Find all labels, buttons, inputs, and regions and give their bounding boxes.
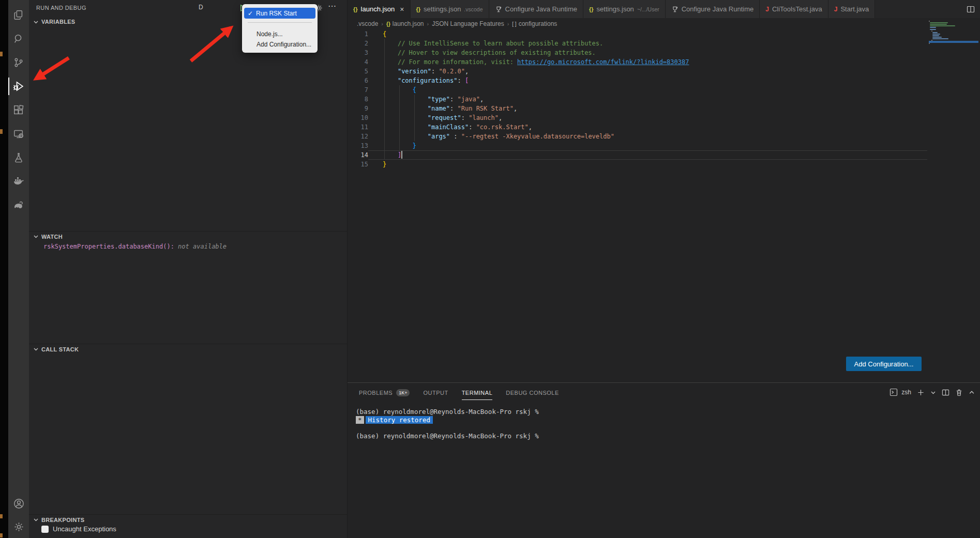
sliver-mark: [0, 514, 3, 518]
tab-launch-json[interactable]: {}launch.json×: [348, 0, 411, 18]
launch-profile-chevron-icon[interactable]: [930, 390, 936, 395]
section-label: WATCH: [41, 234, 63, 240]
split-editor-icon[interactable]: [961, 0, 980, 18]
code-line: 8 "type": "java",: [348, 95, 927, 104]
section-label: VARIABLES: [41, 19, 75, 25]
tab-label: launch.json: [361, 5, 395, 13]
code-line: 12 "args" : "--regtest -Xkeyvalue.dataso…: [348, 132, 927, 141]
json-icon: {}: [416, 6, 421, 12]
tab-clitoolstest-java[interactable]: JCliToolsTest.java: [760, 0, 828, 18]
tab-settings-json[interactable]: {}settings.json~/.../User: [583, 0, 666, 18]
shell-label: zsh: [901, 389, 911, 396]
terminal-line: [356, 424, 539, 432]
more-actions-icon[interactable]: ⋯: [328, 1, 337, 11]
array-symbol-icon: [ ]: [512, 21, 516, 27]
menu-item-add-configuration-[interactable]: Add Configuration...: [242, 39, 318, 50]
panel-tab-problems[interactable]: PROBLEMS1K+: [359, 389, 410, 400]
watch-section-header[interactable]: WATCH: [29, 231, 348, 241]
uncaught-exceptions-checkbox[interactable]: [41, 526, 49, 533]
source-control-icon[interactable]: [8, 51, 29, 74]
split-terminal-icon[interactable]: [942, 389, 949, 396]
maximize-panel-chevron-icon[interactable]: [969, 389, 975, 395]
menu-item-node-js-[interactable]: Node.js...: [242, 29, 318, 39]
problems-count-badge: 1K+: [396, 389, 410, 396]
breadcrumb-item[interactable]: [ ]configurations: [512, 20, 557, 27]
breakpoint-label: Uncaught Exceptions: [53, 525, 116, 533]
kill-terminal-trash-icon[interactable]: [955, 389, 963, 396]
code-line: 3 // Hover to view descriptions of exist…: [348, 48, 927, 57]
line-content: }: [368, 160, 927, 169]
terminal-icon: [889, 388, 898, 396]
line-number: 2: [348, 39, 368, 48]
minimap-line: [929, 21, 930, 22]
line-content: "mainClass": "co.rsk.Start",: [368, 122, 927, 132]
minimap[interactable]: [929, 21, 978, 48]
minimap-current-line: [929, 41, 978, 43]
call-stack-section-header[interactable]: CALL STACK: [29, 344, 348, 354]
chevron-down-icon: [33, 234, 39, 239]
search-icon[interactable]: [8, 27, 29, 51]
breadcrumb-item[interactable]: JSON Language Features: [432, 20, 504, 27]
add-configuration-button[interactable]: Add Configuration...: [846, 357, 922, 371]
line-content: "request": "launch",: [368, 113, 927, 122]
indent-guide: [414, 95, 415, 141]
minimap-line: [931, 30, 932, 32]
run-and-debug-icon[interactable]: [8, 74, 29, 98]
minimap-line: [932, 32, 937, 33]
code-line: 9 "name": "Run RSK Start",: [348, 104, 927, 113]
code-editor[interactable]: 1{2 // Use IntelliSense to learn about p…: [348, 29, 980, 382]
accounts-icon[interactable]: [8, 491, 29, 515]
indent-guide: [384, 39, 385, 160]
line-number: 14: [348, 150, 368, 160]
minimap-line: [930, 22, 947, 23]
tab-configure-java-runtime[interactable]: Configure Java Runtime: [489, 0, 583, 18]
code-line: 11 "mainClass": "co.rsk.Start",: [348, 122, 927, 132]
tab-label: CliToolsTest.java: [772, 5, 822, 13]
manage-gear-icon[interactable]: [8, 515, 29, 538]
panel-tab-debug-console[interactable]: DEBUG CONSOLE: [506, 389, 559, 400]
sidebar-title: RUN AND DEBUG: [36, 5, 86, 11]
menu-separator: [248, 22, 312, 23]
terminal-output[interactable]: (base) reynoldmorel@Reynolds-MacBook-Pro…: [356, 408, 539, 440]
line-number: 4: [348, 57, 368, 67]
chevron-down-icon: [33, 517, 39, 522]
panel-tab-terminal[interactable]: TERMINAL: [462, 389, 493, 400]
breadcrumb[interactable]: .vscode›{}launch.json›JSON Language Feat…: [348, 18, 980, 29]
gradle-icon[interactable]: [8, 193, 29, 217]
extensions-icon[interactable]: [8, 98, 29, 122]
new-terminal-icon[interactable]: [917, 389, 925, 396]
line-content: {: [368, 85, 927, 95]
panel-tab-output[interactable]: OUTPUT: [423, 389, 448, 400]
minimap-line: [930, 25, 955, 26]
breadcrumb-item[interactable]: {}launch.json: [386, 20, 424, 27]
tab-configure-java-runtime[interactable]: Configure Java Runtime: [666, 0, 760, 18]
remote-explorer-icon[interactable]: [8, 122, 29, 146]
menu-item-run-rsk-start[interactable]: ✓ Run RSK Start: [244, 8, 315, 19]
minimap-line: [930, 27, 936, 28]
testing-icon[interactable]: [8, 146, 29, 170]
explorer-icon[interactable]: [8, 3, 29, 27]
line-content: "args" : "--regtest -Xkeyvalue.datasourc…: [368, 132, 927, 141]
bottom-panel: PROBLEMS1K+OUTPUTTERMINALDEBUG CONSOLE z…: [348, 382, 980, 538]
tab-settings-json[interactable]: {}settings.json.vscode: [411, 0, 489, 18]
minimap-line: [929, 43, 930, 44]
section-label: CALL STACK: [41, 346, 79, 352]
line-number: 12: [348, 132, 368, 141]
text-cursor: [401, 151, 402, 159]
watch-expression[interactable]: rskSystemProperties.databaseKind(): not …: [43, 243, 227, 250]
breadcrumb-item[interactable]: .vscode: [357, 20, 378, 27]
sliver-mark: [0, 52, 3, 56]
tab-start-java[interactable]: JStart.java: [828, 0, 876, 18]
minimap-line: [930, 24, 947, 25]
docker-icon[interactable]: [8, 170, 29, 193]
chevron-down-icon: [33, 19, 39, 25]
breakpoints-section-header[interactable]: BREAKPOINTS: [29, 514, 348, 525]
check-icon: ✓: [248, 10, 253, 17]
watch-expression-text: rskSystemProperties.databaseKind():: [43, 243, 174, 250]
background-window-sliver: [0, 0, 8, 538]
tab-label: settings.json: [597, 5, 634, 13]
code-line: 15}: [348, 160, 927, 169]
close-icon[interactable]: ×: [400, 5, 404, 13]
line-content: "type": "java",: [368, 95, 927, 104]
code-line: 1{: [348, 29, 927, 39]
